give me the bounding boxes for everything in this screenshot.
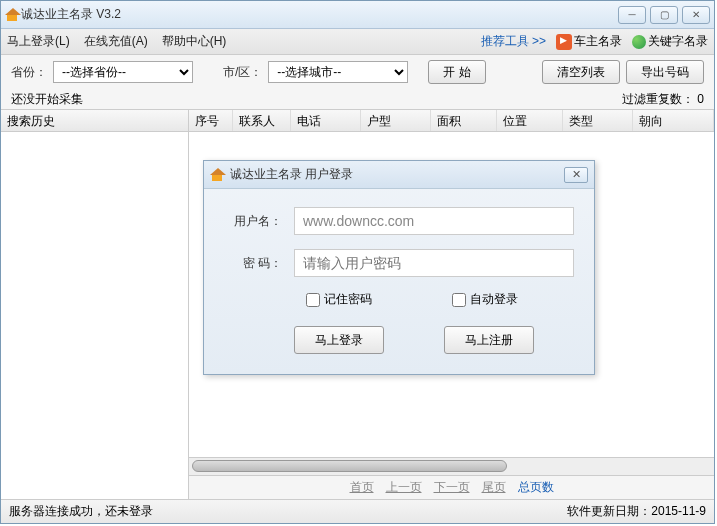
status-row: 还没开始采集 过滤重复数： 0	[1, 89, 714, 109]
recommend-link[interactable]: 推荐工具 >>	[481, 33, 546, 50]
province-select[interactable]: --选择省份--	[53, 61, 193, 83]
th-type[interactable]: 户型	[361, 110, 431, 131]
car-directory-link[interactable]: 车主名录	[556, 33, 622, 50]
main-window: 诚达业主名录 V3.2 ─ ▢ ✕ 马上登录(L) 在线充值(A) 帮助中心(H…	[0, 0, 715, 524]
pager-total: 总页数	[518, 479, 554, 496]
toolbar: 省份： --选择省份-- 市/区： --选择城市-- 开 始 清空列表 导出号码	[1, 55, 714, 89]
menu-links: 推荐工具 >> 车主名录 关键字名录	[481, 33, 708, 50]
autologin-checkbox[interactable]: 自动登录	[452, 291, 518, 308]
export-button[interactable]: 导出号码	[626, 60, 704, 84]
filter-count: 0	[697, 92, 704, 106]
dialog-body: 用户名： 密 码： 记住密码 自动登录 马上登录	[204, 189, 594, 374]
table-header: 序号 联系人 电话 户型 面积 位置 类型 朝向	[189, 110, 714, 132]
th-area[interactable]: 面积	[431, 110, 497, 131]
keyword-dir-label: 关键字名录	[648, 34, 708, 48]
app-icon	[5, 7, 21, 23]
maximize-button[interactable]: ▢	[650, 6, 678, 24]
statusbar-right: 软件更新日期：2015-11-9	[567, 503, 706, 520]
statusbar-left: 服务器连接成功，还未登录	[9, 503, 153, 520]
car-icon	[556, 34, 572, 50]
pager-prev[interactable]: 上一页	[386, 479, 422, 496]
th-seq[interactable]: 序号	[189, 110, 233, 131]
filter-status: 过滤重复数： 0	[622, 91, 704, 108]
password-row: 密 码：	[224, 249, 574, 277]
th-location[interactable]: 位置	[497, 110, 563, 131]
pager-next[interactable]: 下一页	[434, 479, 470, 496]
dialog-title-text: 诚达业主名录 用户登录	[230, 166, 353, 183]
pager-last[interactable]: 尾页	[482, 479, 506, 496]
update-date: 2015-11-9	[651, 504, 706, 518]
checkbox-row: 记住密码 自动登录	[224, 291, 574, 308]
dialog-close-button[interactable]: ✕	[564, 167, 588, 183]
city-select[interactable]: --选择城市--	[268, 61, 408, 83]
dialog-titlebar: 诚达业主名录 用户登录 ✕	[204, 161, 594, 189]
th-contact[interactable]: 联系人	[233, 110, 291, 131]
username-label: 用户名：	[224, 213, 294, 230]
globe-icon	[632, 35, 646, 49]
dialog-login-button[interactable]: 马上登录	[294, 326, 384, 354]
remember-checkbox[interactable]: 记住密码	[306, 291, 372, 308]
pager-first[interactable]: 首页	[350, 479, 374, 496]
titlebar: 诚达业主名录 V3.2 ─ ▢ ✕	[1, 1, 714, 29]
sidebar-body	[1, 132, 188, 499]
username-row: 用户名：	[224, 207, 574, 235]
close-button[interactable]: ✕	[682, 6, 710, 24]
filter-label: 过滤重复数：	[622, 92, 694, 106]
th-phone[interactable]: 电话	[291, 110, 361, 131]
table-body: 诚达业主名录 用户登录 ✕ 用户名： 密 码： 记住密码	[189, 132, 714, 457]
city-label: 市/区：	[223, 64, 262, 81]
horizontal-scrollbar[interactable]	[189, 457, 714, 475]
menu-help[interactable]: 帮助中心(H)	[162, 33, 227, 50]
menubar: 马上登录(L) 在线充值(A) 帮助中心(H) 推荐工具 >> 车主名录 关键字…	[1, 29, 714, 55]
th-kind[interactable]: 类型	[563, 110, 633, 131]
main-area: 搜索历史 序号 联系人 电话 户型 面积 位置 类型 朝向 诚达业主名录 用户登…	[1, 109, 714, 499]
minimize-button[interactable]: ─	[618, 6, 646, 24]
login-dialog: 诚达业主名录 用户登录 ✕ 用户名： 密 码： 记住密码	[203, 160, 595, 375]
clear-button[interactable]: 清空列表	[542, 60, 620, 84]
car-dir-label: 车主名录	[574, 34, 622, 48]
autologin-label: 自动登录	[470, 291, 518, 308]
dialog-buttons: 马上登录 马上注册	[224, 326, 574, 354]
menu-login[interactable]: 马上登录(L)	[7, 33, 70, 50]
window-title: 诚达业主名录 V3.2	[21, 6, 618, 23]
dialog-icon	[210, 167, 226, 183]
statusbar: 服务器连接成功，还未登录 软件更新日期：2015-11-9	[1, 499, 714, 523]
remember-label: 记住密码	[324, 291, 372, 308]
password-label: 密 码：	[224, 255, 294, 272]
province-label: 省份：	[11, 64, 47, 81]
update-label: 软件更新日期：	[567, 504, 651, 518]
menu-recharge[interactable]: 在线充值(A)	[84, 33, 148, 50]
table-area: 序号 联系人 电话 户型 面积 位置 类型 朝向 诚达业主名录 用户登录 ✕	[189, 110, 714, 499]
start-button[interactable]: 开 始	[428, 60, 485, 84]
collect-status: 还没开始采集	[11, 91, 83, 108]
pager: 首页 上一页 下一页 尾页 总页数	[189, 475, 714, 499]
keyword-directory-link[interactable]: 关键字名录	[632, 33, 708, 50]
window-buttons: ─ ▢ ✕	[618, 6, 710, 24]
scrollbar-thumb[interactable]	[192, 460, 507, 472]
dialog-register-button[interactable]: 马上注册	[444, 326, 534, 354]
sidebar-header: 搜索历史	[1, 110, 188, 132]
username-input[interactable]	[294, 207, 574, 235]
sidebar: 搜索历史	[1, 110, 189, 499]
password-input[interactable]	[294, 249, 574, 277]
th-facing[interactable]: 朝向	[633, 110, 714, 131]
